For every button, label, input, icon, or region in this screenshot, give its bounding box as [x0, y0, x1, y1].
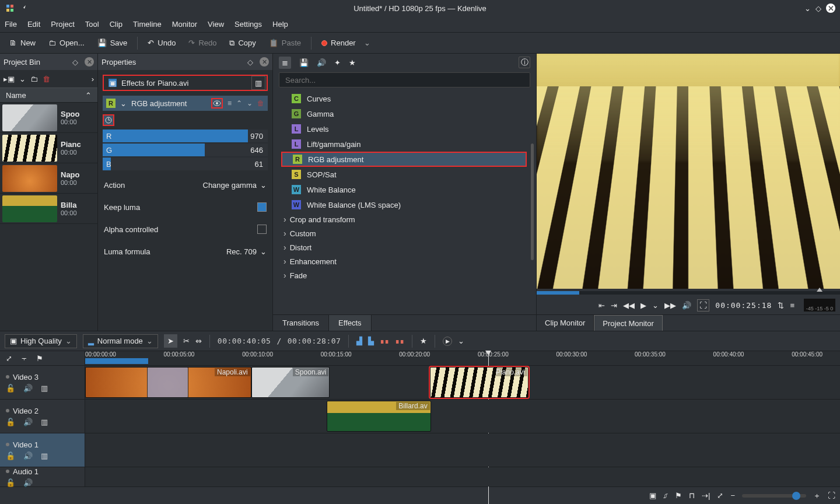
chevron-down-icon[interactable]: ⌄: [804, 4, 811, 13]
list-icon[interactable]: ≣: [279, 57, 291, 69]
effect-category[interactable]: Distort: [281, 240, 536, 254]
mute-icon[interactable]: 🔊: [23, 384, 33, 393]
effect-item[interactable]: LLevels: [281, 121, 536, 136]
razor-tool-icon[interactable]: ✂: [183, 337, 190, 345]
mode-select[interactable]: ▂Normal mode⌄: [83, 334, 158, 348]
trash-icon[interactable]: 🗑: [257, 99, 264, 107]
menu-help[interactable]: Help: [272, 20, 288, 29]
zone-in-icon[interactable]: ⇤: [598, 301, 605, 310]
hide-icon[interactable]: ▥: [41, 418, 48, 426]
render-button[interactable]: Render: [317, 36, 360, 50]
chevron-down-icon[interactable]: ⌄: [19, 75, 26, 83]
track-header[interactable]: Audio 1 🔓🔊: [0, 467, 85, 487]
chevron-down-icon[interactable]: ⌄: [652, 301, 659, 310]
expand-icon[interactable]: ⤢: [6, 354, 12, 363]
hide-icon[interactable]: ▥: [41, 384, 48, 393]
rewind-icon[interactable]: ◀◀: [623, 301, 635, 310]
menu-monitor[interactable]: Monitor: [172, 20, 197, 29]
diamond-icon[interactable]: ◇: [816, 4, 821, 13]
lock-icon[interactable]: 🔓: [6, 384, 15, 393]
open-button[interactable]: 🗀Open...: [44, 36, 89, 50]
effect-category[interactable]: Enhancement: [281, 254, 536, 268]
slider-R[interactable]: R970: [103, 130, 268, 142]
move-down-icon[interactable]: ⌄: [247, 99, 253, 107]
undo-button[interactable]: ↶Undo: [143, 36, 180, 50]
chevron-down-icon[interactable]: ⌄: [364, 38, 370, 47]
preset-button[interactable]: [103, 114, 114, 126]
bin-item[interactable]: Billa00:00: [0, 194, 97, 224]
effect-category[interactable]: Fade: [281, 268, 536, 282]
fullscreen-icon[interactable]: ⛶: [828, 491, 835, 500]
effect-item[interactable]: WWhite Balance (LMS space): [281, 197, 536, 212]
forward-icon[interactable]: ▶▶: [664, 301, 676, 310]
effect-header[interactable]: R ⌄ RGB adjustment ≡ ⌃ ⌄ 🗑: [103, 96, 268, 111]
snap-icon[interactable]: ⫟: [20, 354, 28, 363]
view-icon[interactable]: ▸▣: [4, 75, 15, 83]
track-body[interactable]: [85, 467, 840, 487]
alpha-checkbox[interactable]: [257, 225, 267, 234]
track-body[interactable]: [85, 433, 840, 467]
menu-settings[interactable]: Settings: [235, 20, 262, 29]
effect-item[interactable]: SSOP/Sat: [281, 167, 536, 182]
bin-item[interactable]: Pianc00:00: [0, 133, 97, 163]
timeline-clip[interactable]: [147, 367, 188, 398]
mute-icon[interactable]: 🔊: [23, 418, 33, 426]
menu-edit[interactable]: Edit: [27, 20, 40, 29]
close-icon[interactable]: ✕: [826, 4, 835, 13]
monitor-timecode[interactable]: 00:00:25:18: [715, 301, 772, 310]
chevron-right-icon[interactable]: ›: [92, 75, 94, 83]
effect-item[interactable]: GGamma: [281, 106, 536, 121]
zoom-slider[interactable]: [742, 494, 806, 498]
trash-icon[interactable]: 🗑: [43, 75, 50, 83]
tab-clip-monitor[interactable]: Clip Monitor: [537, 315, 594, 331]
insert-icon[interactable]: ▟: [356, 337, 362, 345]
fullscreen-icon[interactable]: ⛶: [697, 299, 709, 312]
effect-category[interactable]: Custom: [281, 226, 536, 240]
tab-effects[interactable]: Effects: [329, 315, 372, 331]
slider-B[interactable]: B61: [103, 158, 268, 170]
add-folder-icon[interactable]: 🗀: [30, 75, 38, 83]
timeline-clip[interactable]: Billard.av: [327, 401, 431, 432]
quality-select[interactable]: ▣High Quality⌄: [5, 334, 77, 348]
pointer-tool-icon[interactable]: ➤: [164, 334, 177, 348]
timeline-ruler[interactable]: 00:00:00:0000:00:05:0000:00:10:0000:00:1…: [85, 351, 840, 365]
track-body[interactable]: Billard.av: [85, 400, 840, 433]
monitor-scrubber[interactable]: [537, 291, 840, 295]
effect-item[interactable]: CCurves: [281, 91, 536, 106]
menu-view[interactable]: View: [208, 20, 224, 29]
menu-icon[interactable]: ≡: [228, 99, 232, 107]
paste-button[interactable]: 📋Paste: [264, 36, 306, 50]
zone-out-icon[interactable]: ⇥: [611, 301, 617, 310]
star-icon[interactable]: ★: [349, 58, 356, 67]
play-icon[interactable]: ▶: [640, 301, 646, 310]
audio-thumb-icon[interactable]: ⎎: [663, 491, 668, 500]
menu-timeline[interactable]: Timeline: [133, 20, 162, 29]
menu-icon[interactable]: ≡: [790, 301, 794, 310]
scrollbar[interactable]: [531, 144, 534, 260]
zoom-out-icon[interactable]: −: [730, 491, 735, 500]
menu-project[interactable]: Project: [51, 20, 74, 29]
lift-icon[interactable]: ∎∎: [395, 337, 404, 345]
keep-luma-checkbox[interactable]: [257, 202, 267, 212]
updown-icon[interactable]: ⇅: [778, 301, 784, 310]
timeline-clip[interactable]: RGB adjustmentPiano.avi: [430, 367, 528, 398]
action-row[interactable]: Action Change gamma⌄: [104, 177, 267, 192]
lock-icon[interactable]: 🔓: [6, 418, 15, 426]
close-icon[interactable]: ✕: [85, 57, 94, 66]
audio-icon[interactable]: 🔊: [682, 301, 691, 310]
spacer-tool-icon[interactable]: ⇔: [195, 337, 202, 345]
mute-icon[interactable]: 🔊: [23, 478, 33, 487]
split-view-icon[interactable]: ▥: [251, 76, 265, 90]
lock-icon[interactable]: 🔓: [6, 478, 15, 487]
effect-item[interactable]: LLift/gamma/gain: [281, 136, 536, 152]
hide-icon[interactable]: ▥: [41, 452, 48, 460]
luma-formula-row[interactable]: Luma formula Rec. 709⌄: [104, 244, 267, 259]
bin-name-header[interactable]: Name ⌃: [0, 88, 97, 103]
diamond-icon[interactable]: ◇: [69, 56, 81, 68]
save-button[interactable]: 💾Save: [93, 36, 132, 50]
diamond-icon[interactable]: ◇: [244, 56, 256, 68]
menu-tool[interactable]: Tool: [85, 20, 99, 29]
info-icon[interactable]: ⓘ: [519, 57, 530, 68]
zone-icon[interactable]: ⇢|: [702, 491, 710, 500]
mute-icon[interactable]: 🔊: [23, 452, 33, 460]
